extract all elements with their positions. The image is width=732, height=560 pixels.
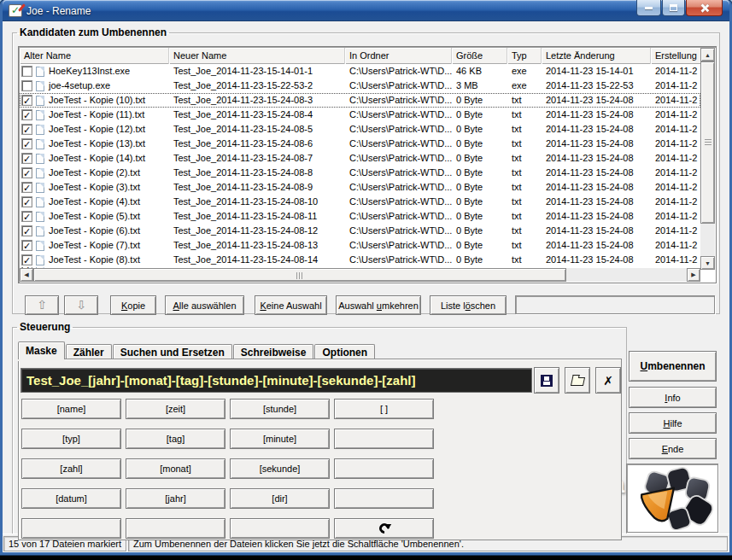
umbenennen-button[interactable]: Umbenennen [629,351,717,382]
table-row[interactable]: JoeTest - Kopie (8).txtTest_Joe_2014-11-… [20,253,700,267]
close-button[interactable] [686,0,723,16]
mask-empty-button[interactable] [334,429,434,449]
horizontal-scrollbar[interactable]: ◀ ▶ [20,268,700,282]
save-mask-button[interactable] [534,367,559,394]
tab-maske[interactable]: Maske [18,341,65,359]
row-checkbox[interactable] [21,66,32,77]
column-header-neuer-name[interactable]: Neuer Name [169,48,345,64]
table-row[interactable]: JoeTest - Kopie (3).txtTest_Joe_2014-11-… [20,180,700,195]
mask-token-button[interactable]: [ ] [334,399,434,419]
mask-grid: [name][zeit][stunde][ ][typ][tag][minute… [21,399,434,539]
scroll-down-button[interactable]: ▼ [700,256,715,270]
row-checkbox[interactable] [21,182,32,193]
column-header-alter-name[interactable]: Alter Name [20,48,169,64]
minimize-icon [645,7,653,9]
table-row[interactable]: JoeTest - Kopie (14).txtTest_Joe_2014-11… [20,151,700,166]
tab-suchen-und-ersetzen[interactable]: Suchen und Ersetzen [113,344,232,359]
mask-token-button[interactable]: [zahl] [21,458,121,479]
row-checkbox[interactable] [21,109,32,120]
mask-token-button[interactable]: [datum] [21,488,121,509]
mask-token-button[interactable]: [typ] [21,429,121,449]
move-down-button[interactable]: ⇩ [64,295,98,315]
table-row[interactable]: joe-4setup.exeTest_Joe_2014-11-23-15-22-… [20,79,700,93]
open-mask-button[interactable] [565,367,590,394]
row-checkbox[interactable] [21,167,32,178]
table-row[interactable]: JoeTest - Kopie (7).txtTest_Joe_2014-11-… [20,238,700,253]
row-checkbox[interactable] [21,196,32,207]
mask-empty-button[interactable] [334,458,434,479]
window-title: Joe - Rename [26,5,91,17]
row-checkbox[interactable] [21,153,32,164]
table-row[interactable]: JoeTest - Kopie (2).txtTest_Joe_2014-11-… [20,166,700,180]
column-header-typ[interactable]: Typ [507,48,542,64]
clear-mask-button[interactable]: ✗ [595,367,621,394]
mask-input[interactable]: Test_Joe_[jahr]-[monat]-[tag]-[stunde]-[… [20,368,532,393]
horizontal-scroll-thumb[interactable] [33,268,566,282]
table-row[interactable]: JoeTest - Kopie (6).txtTest_Joe_2014-11-… [20,224,700,238]
folder-cell: C:\Users\Patrick-WT\D... [345,93,452,108]
row-checkbox[interactable] [21,240,32,251]
row-checkbox[interactable] [21,124,32,135]
hilfe-button[interactable]: Hilfe [629,412,717,434]
table-row[interactable]: JoeTest - Kopie (4).txtTest_Joe_2014-11-… [20,195,700,209]
tab-optionen[interactable]: Optionen [314,344,375,359]
alle-auswaehlen-button[interactable]: Alle auswählen [165,295,244,315]
column-header-letzte-aenderung[interactable]: Letzte Änderung [542,48,651,64]
new-name-cell: Test_Joe_2014-11-23-15-22-53-2 [169,79,345,93]
mask-token-button[interactable]: [dir] [230,488,330,509]
vertical-scrollbar[interactable]: ▲ ▼ [700,48,715,270]
liste-loeschen-button[interactable]: Liste löschen [430,295,507,315]
tab-zaehler[interactable]: Zähler [66,344,112,359]
mask-token-button[interactable]: [jahr] [126,488,225,509]
mask-empty-button[interactable] [230,518,330,539]
maximize-button[interactable] [662,0,685,16]
keine-auswahl-button[interactable]: Keine Auswahl [255,295,327,315]
mask-token-button[interactable]: [stunde] [230,399,330,419]
table-row[interactable]: JoeTest - Kopie (13).txtTest_Joe_2014-11… [20,137,700,151]
mask-token-button[interactable]: [sekunde] [230,458,330,479]
mask-token-button[interactable]: [monat] [126,458,225,479]
old-name-cell: JoeTest - Kopie (14).txt [20,151,169,166]
table-row[interactable]: JoeTest - Kopie (12).txtTest_Joe_2014-11… [20,122,700,137]
modified-cell: 2014-11-23 15-24-08 [542,224,651,238]
table-row[interactable]: JoeTest - Kopie (10).txtTest_Joe_2014-11… [20,93,700,108]
table-row[interactable]: JoeTest - Kopie (11).txtTest_Joe_2014-11… [20,108,700,122]
row-checkbox[interactable] [21,225,32,236]
scroll-right-button[interactable]: ▶ [687,268,700,282]
scroll-up-button[interactable]: ▲ [700,48,715,61]
tab-schreibweise[interactable]: Schreibweise [233,344,314,359]
type-cell: txt [507,195,542,209]
mask-refresh-button[interactable] [334,518,434,539]
ende-button[interactable]: Ende [629,438,717,459]
column-header-groesse[interactable]: Größe [452,48,507,64]
row-checkbox[interactable] [21,80,32,91]
created-cell: 2014-11-2 [651,238,700,253]
kopie-button[interactable]: Kopie [110,295,156,315]
mask-token-button[interactable]: [name] [21,399,121,419]
created-cell: 2014-11-2 [651,79,700,93]
mask-empty-button[interactable] [126,518,225,539]
row-checkbox[interactable] [21,254,32,265]
new-name-cell: Test_Joe_2014-11-23-15-24-08-6 [169,137,345,151]
auswahl-umkehren-button[interactable]: Auswahl umkehren [336,295,421,315]
move-up-button[interactable]: ⇧ [25,295,59,315]
row-checkbox[interactable] [21,95,32,106]
column-header-in-ordner[interactable]: In Ordner [345,48,452,64]
mask-token-button[interactable]: [zeit] [126,399,225,419]
mask-empty-button[interactable] [334,488,434,509]
row-checkbox[interactable] [21,138,32,149]
mask-token-button[interactable]: [minute] [230,429,330,449]
table-row[interactable]: JoeTest - Kopie (5).txtTest_Joe_2014-11-… [20,209,700,224]
type-cell: exe [507,64,542,79]
minimize-button[interactable] [636,0,661,16]
vertical-scroll-thumb[interactable] [700,61,715,224]
mask-empty-button[interactable] [21,518,121,539]
table-row[interactable]: HoeKey113Inst.exeTest_Joe_2014-11-23-15-… [20,64,700,79]
mask-token-button[interactable]: [tag] [126,429,225,449]
candidates-groupbox: Kandidaten zum Umbenennen Alter Name Neu… [12,26,720,314]
info-button[interactable]: Info [629,387,717,408]
row-checkbox[interactable] [21,211,32,222]
size-cell: 0 Byte [452,224,507,238]
titlebar[interactable]: ✓ Joe - Rename [3,0,729,21]
scroll-left-button[interactable]: ◀ [20,268,33,282]
